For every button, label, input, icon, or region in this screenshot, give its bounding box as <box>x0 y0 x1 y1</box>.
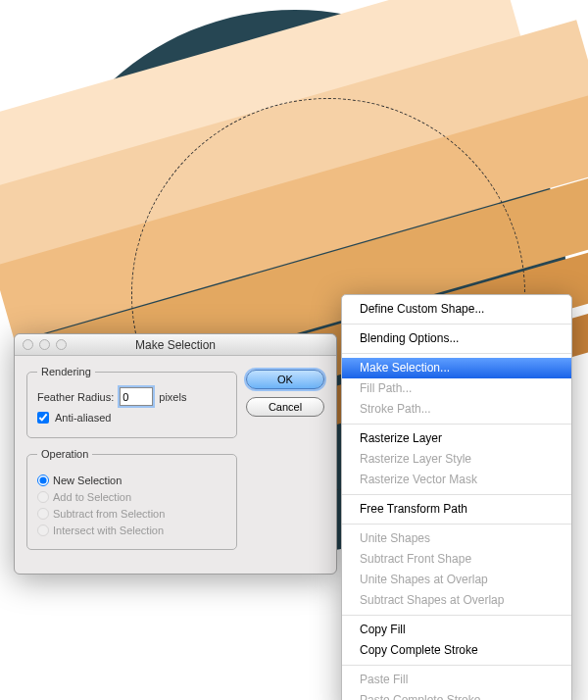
cancel-button[interactable]: Cancel <box>246 397 324 417</box>
menu-item[interactable]: Copy Fill <box>342 620 571 640</box>
operation-option: Intersect with Selection <box>37 525 226 536</box>
operation-option: Subtract from Selection <box>37 508 226 520</box>
close-icon[interactable] <box>23 339 33 350</box>
menu-item: Rasterize Vector Mask <box>342 470 571 490</box>
menu-item: Subtract Front Shape <box>342 549 571 570</box>
operation-legend: Operation <box>37 448 92 460</box>
dialog-titlebar[interactable]: Make Selection <box>15 334 336 356</box>
menu-item[interactable]: Free Transform Path <box>342 499 571 520</box>
context-menu: Define Custom Shape...Blending Options..… <box>341 294 572 700</box>
window-controls[interactable] <box>23 339 67 350</box>
anti-aliased-checkbox[interactable] <box>37 412 49 424</box>
operation-label: New Selection <box>53 475 122 486</box>
menu-item: Stroke Path... <box>342 399 571 420</box>
menu-separator <box>342 424 571 425</box>
menu-item: Rasterize Layer Style <box>342 449 571 470</box>
operation-radio[interactable] <box>37 475 49 486</box>
rendering-group: Rendering Feather Radius: pixels Anti-al… <box>26 366 237 438</box>
bar-shape <box>0 0 522 194</box>
feather-radius-input[interactable] <box>120 387 153 406</box>
rendering-legend: Rendering <box>37 366 95 377</box>
feather-radius-label: Feather Radius: <box>37 391 114 403</box>
menu-item: Paste Complete Stroke <box>342 690 571 700</box>
operation-group: Operation New SelectionAdd to SelectionS… <box>26 448 237 550</box>
menu-separator <box>342 324 571 325</box>
operation-option: Add to Selection <box>37 491 226 503</box>
operation-radio <box>37 508 49 520</box>
menu-item[interactable]: Make Selection... <box>342 358 571 378</box>
make-selection-dialog: Make Selection Rendering Feather Radius:… <box>14 333 337 575</box>
menu-item: Fill Path... <box>342 378 571 399</box>
operation-option[interactable]: New Selection <box>37 475 226 486</box>
dialog-title: Make Selection <box>135 338 216 352</box>
operation-label: Subtract from Selection <box>53 508 165 520</box>
menu-separator <box>342 494 571 495</box>
anti-aliased-label: Anti-aliased <box>55 412 111 424</box>
menu-separator <box>342 353 571 354</box>
feather-units-label: pixels <box>159 391 186 403</box>
menu-item[interactable]: Blending Options... <box>342 328 571 349</box>
zoom-icon[interactable] <box>56 339 67 350</box>
menu-item: Unite Shapes at Overlap <box>342 570 571 590</box>
menu-item: Unite Shapes <box>342 528 571 549</box>
menu-item[interactable]: Define Custom Shape... <box>342 299 571 320</box>
menu-item: Subtract Shapes at Overlap <box>342 590 571 611</box>
ok-button[interactable]: OK <box>246 370 324 389</box>
minimize-icon[interactable] <box>39 339 50 350</box>
menu-separator <box>342 524 571 525</box>
menu-item[interactable]: Copy Complete Stroke <box>342 640 571 661</box>
menu-separator <box>342 615 571 616</box>
menu-separator <box>342 665 571 666</box>
operation-radio <box>37 491 49 503</box>
dialog-buttons: OK Cancel <box>246 370 324 417</box>
operation-radio <box>37 525 49 536</box>
menu-item: Paste Fill <box>342 670 571 690</box>
bar-shape <box>0 20 588 268</box>
operation-label: Add to Selection <box>53 491 131 503</box>
menu-item[interactable]: Rasterize Layer <box>342 428 571 449</box>
operation-label: Intersect with Selection <box>53 525 164 536</box>
